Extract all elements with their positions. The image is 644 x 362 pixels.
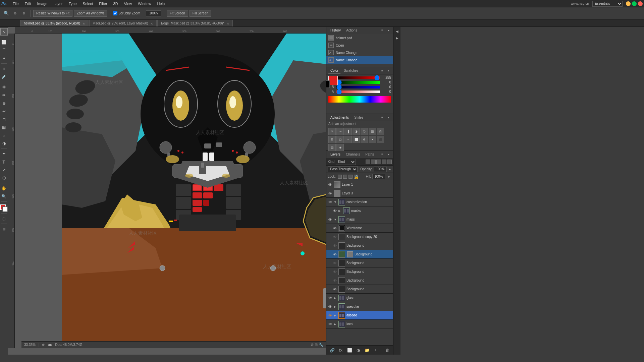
adj-selectivecolor[interactable]: ◈ [336, 144, 344, 151]
layer-item-13[interactable]: 👁 ▶ glass [326, 294, 393, 302]
layer-item-1[interactable]: 👁 Layer 3 [326, 189, 393, 198]
g-slider[interactable] [336, 81, 380, 84]
kind-filter-type[interactable] [376, 160, 381, 164]
quick-mask-btn[interactable]: ⬚ [0, 215, 8, 222]
adj-bw[interactable]: ⊟ [328, 136, 336, 143]
layer-item-4[interactable]: 👁 ▼ maps [326, 215, 393, 224]
screen-mode-btn[interactable]: ⊞ [0, 225, 8, 233]
adj-photofilter[interactable]: ◻ [336, 136, 344, 143]
clone-tool[interactable]: ⊕ [0, 100, 8, 107]
scrubby-zoom-checkbox[interactable]: Scrubby Zoom [113, 11, 140, 15]
layer-item-3[interactable]: 👁 ▶ masks [326, 206, 393, 215]
actions-tab[interactable]: Actions [344, 28, 359, 33]
menu-edit[interactable]: Edit [22, 1, 34, 6]
b-slider[interactable] [336, 86, 380, 88]
layer-vis-0[interactable]: 👁 [328, 182, 332, 187]
layer-folder-btn[interactable]: 📁 [364, 347, 370, 353]
a-slider[interactable] [336, 90, 380, 93]
swatches-tab[interactable]: Swatches [342, 68, 360, 73]
group-arrow-3[interactable]: ▶ [338, 209, 342, 213]
lock-image-btn[interactable] [343, 175, 347, 179]
menu-select[interactable]: Select [80, 1, 96, 6]
lock-position-btn[interactable] [348, 175, 353, 179]
artwork-canvas[interactable]: 人人素材社区 人人素材社区 人人素材社区 人人素材社区 人人素材社区 [62, 34, 326, 348]
move-tool[interactable]: ↖ [0, 28, 8, 36]
layer-vis-11[interactable]: 👁 [332, 278, 337, 283]
layer-item-15[interactable]: 👁 ▶ albedo [326, 311, 393, 320]
brush-tool[interactable]: ✏ [0, 92, 8, 99]
kind-filter-pixel[interactable] [366, 160, 370, 164]
layer-vis-9[interactable]: 👁 [332, 261, 337, 265]
zoom-out-icon[interactable]: 🔍 [3, 10, 10, 17]
kind-filter-shape[interactable] [382, 160, 386, 164]
type-tool[interactable]: T [0, 158, 8, 166]
selection-tool[interactable]: ⬜ [0, 39, 8, 46]
tab-close-0[interactable]: × [83, 21, 85, 25]
menu-file[interactable]: File [10, 1, 21, 6]
canvas-area[interactable]: 0 100 200 300 400 500 600 700 800 0 100 … [8, 27, 326, 355]
kind-selector[interactable]: Kind [336, 159, 356, 165]
paths-tab[interactable]: Paths [363, 152, 376, 157]
tab-close-1[interactable]: × [151, 21, 153, 25]
bg-color-swatch[interactable] [326, 80, 330, 88]
history-item-1[interactable]: Open [326, 42, 393, 49]
expand-btn[interactable]: ▶ [394, 35, 400, 41]
layer-vis-10[interactable]: 👁 [332, 269, 337, 274]
path-select-tool[interactable]: ↗ [0, 166, 8, 174]
adj-threshold[interactable]: ⬛ [377, 136, 384, 143]
mode-indicator[interactable]: ⊕ [42, 343, 45, 347]
eyedropper-tool[interactable]: 💉 [0, 73, 8, 80]
menu-layer[interactable]: Layer [51, 1, 65, 6]
group-arrow-16[interactable]: ▶ [334, 322, 337, 326]
blend-mode-selector[interactable]: Pass Through [328, 166, 358, 172]
fit-screen-btn[interactable]: Fit Screen [167, 10, 188, 17]
layer-item-14[interactable]: 👁 ▶ specular [326, 302, 393, 311]
layer-vis-16[interactable]: 👁 [328, 322, 332, 326]
lasso-tool[interactable]: ⌒ [0, 47, 8, 54]
window-close[interactable]: × [638, 1, 643, 6]
color-spectrum[interactable] [328, 96, 391, 103]
adj-menu-btn[interactable]: ≡ [380, 115, 385, 120]
layer-item-2[interactable]: 👁 ▼ customization [326, 198, 393, 206]
lock-all-btn[interactable]: 🔒 [354, 175, 358, 179]
history-item-0[interactable]: helmet.psd [326, 34, 393, 42]
zoom-in-icon[interactable]: ⊕ [20, 10, 28, 17]
blur-tool[interactable]: ○ [0, 132, 8, 139]
zoom-all-windows-btn[interactable]: Zoom All Windows [74, 10, 107, 17]
workspace-selector[interactable]: Essentials [592, 1, 623, 7]
layer-item-7[interactable]: 👁 Background [326, 241, 393, 250]
tab-1[interactable]: visor.psd @ 25% (dirt, Layer Mask/8) × [89, 20, 157, 26]
history-menu-btn[interactable]: ≡ [380, 28, 385, 33]
layer-vis-4[interactable]: 👁 [328, 217, 332, 222]
zoom-input[interactable] [146, 10, 161, 16]
navigate-arrows[interactable]: ◀▶ [47, 343, 53, 347]
fill-input[interactable] [372, 174, 385, 179]
opacity-arrow[interactable]: ▸ [388, 167, 392, 172]
adjustments-tab[interactable]: Adjustments [328, 115, 351, 120]
resize-windows-btn[interactable]: Resize Windows to Fit [33, 10, 72, 17]
layer-vis-14[interactable]: 👁 [328, 304, 332, 309]
layer-item-8[interactable]: 👁 Background [326, 250, 393, 259]
adj-invert[interactable]: ⊕ [361, 136, 368, 143]
lock-transparent-btn[interactable] [338, 175, 342, 179]
layers-collapse-btn[interactable]: ▸ [386, 152, 391, 157]
pen-tool[interactable]: ✒ [0, 150, 8, 158]
history-item-3[interactable]: A Name Change [326, 56, 393, 64]
menu-help[interactable]: Help [154, 1, 167, 6]
adj-brightness[interactable]: ☀ [328, 128, 336, 135]
layer-vis-8[interactable]: 👁 [332, 252, 337, 257]
fill-arrow[interactable]: ▸ [386, 174, 392, 179]
menu-type[interactable]: Type [66, 1, 79, 6]
quick-select-tool[interactable]: ✦ [0, 55, 8, 62]
layer-vis-6[interactable]: 👁 [332, 235, 337, 239]
layer-adj-btn[interactable]: ◑ [355, 347, 361, 353]
group-arrow-4[interactable]: ▼ [334, 218, 337, 221]
window-minimize[interactable]: − [626, 1, 631, 6]
menu-window[interactable]: Window [135, 1, 154, 6]
color-collapse-btn[interactable]: ▸ [386, 68, 391, 73]
shape-tool[interactable]: ⬡ [0, 174, 8, 182]
layer-item-12[interactable]: 👁 Background [326, 285, 393, 294]
tab-0[interactable]: helmet.psd @ 33.3% (albedo, RGB/8) × [20, 20, 89, 26]
group-arrow-2[interactable]: ▼ [334, 200, 337, 204]
menu-view[interactable]: View [121, 1, 135, 6]
